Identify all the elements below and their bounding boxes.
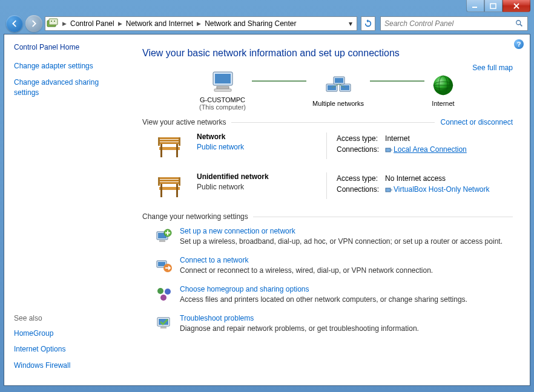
network-entry: Network Public network Access type:Inter… (142, 132, 513, 159)
map-node-networks: Multiple networks (312, 73, 364, 107)
map-node-computer: G-CUSTOMPC (This computer) (199, 70, 246, 111)
close-button[interactable] (503, 0, 530, 12)
see-also-homegroup[interactable]: HomeGroup (14, 328, 122, 339)
svg-rect-28 (160, 144, 162, 157)
see-also-firewall[interactable]: Windows Firewall (14, 361, 122, 371)
svg-rect-34 (158, 177, 180, 179)
sidebar-link-sharing[interactable]: Change advanced sharing settings (14, 77, 122, 98)
page-title: View your basic network information and … (142, 48, 513, 59)
svg-point-4 (51, 21, 52, 22)
see-also-header: See also (14, 314, 122, 322)
setting-title-link[interactable]: Choose homegroup and sharing options (180, 285, 467, 293)
svg-rect-35 (158, 180, 180, 181)
svg-line-7 (520, 24, 522, 27)
control-panel-home-link[interactable]: Control Panel Home (14, 43, 122, 51)
computer-icon (208, 70, 237, 94)
svg-rect-58 (160, 327, 166, 328)
search-box[interactable] (380, 16, 528, 31)
connections-label: Connections: (337, 145, 384, 154)
main-panel: ? View your basic network information an… (131, 34, 530, 385)
svg-point-55 (160, 295, 166, 301)
see-also-internet-options[interactable]: Internet Options (14, 344, 122, 354)
connection-link[interactable]: VirtualBox Host-Only Network (394, 185, 490, 194)
park-bench-icon (154, 132, 185, 159)
network-name: Network (197, 132, 318, 141)
active-networks-header: View your active networks (142, 118, 226, 126)
homegroup-icon (154, 285, 174, 304)
svg-rect-29 (176, 144, 178, 157)
refresh-button[interactable] (361, 16, 375, 31)
setting-title-link[interactable]: Set up a new connection or network (180, 227, 503, 235)
setting-item: Choose homegroup and sharing options Acc… (142, 285, 513, 304)
network-map: G-CUSTOMPC (This computer) Multiple netw… (142, 70, 513, 111)
svg-rect-40 (158, 177, 160, 186)
new-connection-icon (154, 227, 174, 246)
svg-rect-10 (217, 87, 229, 89)
svg-rect-41 (179, 177, 180, 186)
search-input[interactable] (384, 19, 515, 28)
access-type-value: Internet (385, 134, 472, 143)
search-icon[interactable] (515, 19, 524, 28)
network-type-link[interactable]: Public network (197, 143, 318, 151)
control-panel-icon (47, 18, 59, 29)
adapter-icon (385, 146, 392, 154)
access-type-label: Access type: (337, 134, 384, 143)
svg-rect-24 (158, 137, 180, 139)
svg-point-5 (54, 21, 55, 22)
sidebar-link-adapter[interactable]: Change adapter settings (14, 61, 122, 71)
breadcrumb-sep-icon: ▶ (196, 21, 202, 27)
troubleshoot-icon (154, 314, 174, 333)
park-bench-icon (154, 172, 185, 199)
setting-item: Set up a new connection or network Set u… (142, 227, 513, 246)
setting-title-link[interactable]: Connect to a network (180, 256, 433, 264)
svg-rect-25 (158, 140, 180, 142)
setting-desc: Set up a wireless, broadband, dial-up, a… (180, 237, 503, 246)
svg-rect-9 (215, 74, 231, 83)
breadcrumb-mid[interactable]: Network and Internet (124, 19, 196, 28)
svg-rect-0 (472, 7, 477, 8)
network-type-label: Public network (197, 183, 318, 191)
svg-rect-30 (158, 137, 160, 146)
map-networks-label: Multiple networks (312, 100, 364, 107)
breadcrumb-root[interactable]: Control Panel (68, 19, 117, 28)
adapter-icon (385, 186, 392, 194)
connection-link[interactable]: Local Area Connection (394, 145, 467, 154)
svg-rect-26 (158, 142, 180, 144)
internet-globe-icon (430, 73, 456, 97)
map-computer-label: G-CUSTOMPC (199, 96, 246, 103)
forward-button[interactable] (25, 15, 42, 32)
back-button[interactable] (6, 15, 23, 32)
maximize-button[interactable] (484, 0, 503, 12)
address-dropdown-icon[interactable]: ▾ (346, 19, 355, 28)
svg-point-6 (516, 21, 521, 25)
svg-rect-42 (386, 188, 391, 192)
address-bar[interactable]: ▶ Control Panel ▶ Network and Internet ▶… (45, 16, 357, 31)
breadcrumb-sep-icon: ▶ (117, 21, 124, 27)
setting-desc: Connect or reconnect to a wireless, wire… (180, 266, 433, 275)
map-internet-label: Internet (430, 100, 456, 107)
setting-item: Troubleshoot problems Diagnose and repai… (142, 314, 513, 333)
svg-rect-11 (214, 89, 231, 91)
map-node-internet: Internet (430, 73, 456, 107)
network-entry: Unidentified network Public network Acce… (142, 172, 513, 199)
connect-disconnect-link[interactable]: Connect or disconnect (441, 118, 513, 126)
svg-point-53 (157, 288, 163, 294)
svg-rect-51 (158, 262, 165, 266)
map-connection-line (252, 80, 306, 82)
setting-item: Connect to a network Connect or reconnec… (142, 256, 513, 275)
setting-desc: Access files and printers located on oth… (180, 295, 467, 304)
svg-rect-17 (335, 78, 343, 83)
svg-rect-36 (158, 182, 180, 184)
minimize-button[interactable] (466, 0, 484, 12)
svg-rect-32 (386, 148, 391, 152)
svg-rect-38 (160, 184, 162, 197)
setting-title-link[interactable]: Troubleshoot problems (180, 314, 419, 322)
network-name: Unidentified network (197, 172, 318, 181)
svg-rect-31 (179, 137, 180, 146)
breadcrumb-leaf[interactable]: Network and Sharing Center (202, 19, 298, 28)
sidebar: Control Panel Home Change adapter settin… (4, 34, 131, 385)
access-type-label: Access type: (337, 174, 384, 183)
map-computer-sub: (This computer) (199, 103, 246, 111)
setting-desc: Diagnose and repair network problems, or… (180, 324, 419, 333)
help-icon[interactable]: ? (514, 39, 524, 49)
